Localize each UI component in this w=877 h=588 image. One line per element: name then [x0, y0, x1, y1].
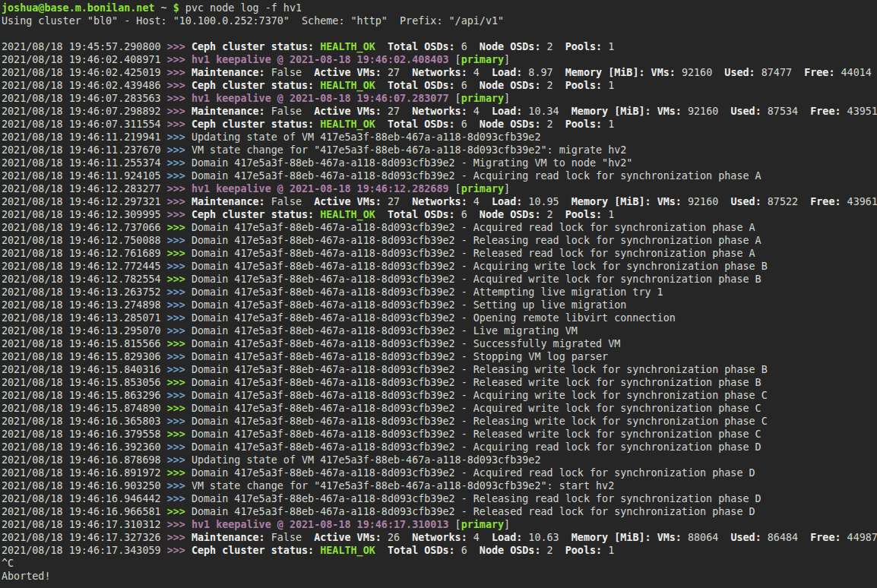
log-timestamp: 2021/08/18 19:46:07.311554	[2, 119, 167, 130]
log-label: Networks:	[412, 106, 467, 117]
log-timestamp: 2021/08/18 19:46:17.343059	[2, 545, 167, 556]
log-timestamp: 2021/08/18 19:46:15.874890	[2, 403, 167, 414]
log-timestamp: 2021/08/18 19:46:11.255374	[2, 157, 167, 169]
log-label: Total OSDs:	[388, 119, 455, 130]
log-line: 2021/08/18 19:46:17.310312 >>> hv1 keepa…	[2, 518, 877, 531]
log-line: 2021/08/18 19:46:02.425019 >>> Maintenan…	[2, 66, 877, 79]
log-text: Domain 417e5a3f-88eb-467a-a118-8d093cfb3…	[192, 248, 755, 259]
log-text: Domain 417e5a3f-88eb-467a-a118-8d093cfb3…	[192, 467, 755, 479]
log-line: 2021/08/18 19:46:15.815566 >>> Domain 41…	[2, 337, 877, 350]
log-marker: >>>	[167, 93, 192, 104]
log-text: 2	[540, 119, 565, 130]
log-marker: >>>	[167, 506, 192, 517]
log-text: 27	[382, 67, 412, 78]
log-text	[375, 545, 388, 556]
log-text: Domain 417e5a3f-88eb-467a-a118-8d093cfb3…	[192, 299, 626, 311]
log-timestamp: 2021/08/18 19:46:13.263752	[2, 286, 167, 298]
log-marker: >>>	[167, 286, 192, 298]
log-text: Domain 417e5a3f-88eb-467a-a118-8d093cfb3…	[192, 416, 768, 427]
log-text-green: HEALTH_OK	[320, 80, 375, 91]
log-text: Domain 417e5a3f-88eb-467a-a118-8d093cfb3…	[192, 338, 620, 349]
log-text: False	[265, 67, 315, 78]
log-timestamp: 2021/08/18 19:46:12.297321	[2, 196, 167, 207]
log-timestamp: 2021/08/18 19:46:16.903250	[2, 480, 167, 492]
log-timestamp: 2021/08/18 19:46:11.219941	[2, 131, 167, 143]
log-label: Maintenance:	[192, 106, 265, 117]
log-timestamp: 2021/08/18 19:46:16.392360	[2, 441, 167, 453]
log-text: Domain 417e5a3f-88eb-467a-a118-8d093cfb3…	[192, 170, 761, 182]
log-marker: >>>	[167, 209, 192, 220]
log-marker: >>>	[167, 467, 192, 479]
log-label: Active VMs:	[314, 106, 382, 117]
log-line: 2021/08/18 19:46:17.343059 >>> Ceph clus…	[2, 544, 877, 557]
log-text	[375, 41, 388, 52]
log-label: Node OSDs:	[480, 119, 541, 130]
log-label: Networks:	[412, 532, 467, 543]
log-text: Using cluster "bl0" - Host: "10.100.0.25…	[2, 15, 504, 27]
log-label: Active VMs:	[314, 196, 382, 207]
log-text: Domain 417e5a3f-88eb-467a-a118-8d093cfb3…	[192, 493, 761, 504]
log-text: 2	[540, 209, 565, 220]
log-marker: >>>	[167, 351, 192, 362]
log-timestamp: 2021/08/18 19:46:12.750088	[2, 235, 167, 246]
log-text: 27	[382, 106, 412, 117]
log-line: 2021/08/18 19:46:12.283277 >>> hv1 keepa…	[2, 182, 877, 195]
log-marker: >>>	[167, 480, 192, 492]
log-text: ]	[504, 93, 510, 104]
log-text: pvc node log -f hv1	[179, 2, 302, 14]
log-text: 92160	[682, 196, 731, 207]
aborted-line: Aborted!	[2, 570, 877, 583]
log-text: 1	[602, 545, 614, 556]
log-label: Memory [MiB]:	[571, 106, 651, 117]
log-text: 1	[602, 209, 614, 220]
log-marker: >>>	[167, 196, 192, 207]
log-label: Pools:	[565, 545, 602, 556]
log-marker: >>>	[167, 144, 192, 156]
log-label: Free:	[804, 67, 834, 78]
log-text: False	[265, 196, 315, 207]
log-label: Pools:	[565, 209, 602, 220]
log-text: 43951	[841, 106, 877, 117]
log-text-green: HEALTH_OK	[320, 209, 375, 220]
log-text: 4	[467, 67, 492, 78]
log-line: 2021/08/18 19:45:57.290800 >>> Ceph clus…	[2, 40, 877, 53]
log-text: 92160	[676, 67, 725, 78]
log-label: VMs:	[657, 532, 682, 543]
log-label: Free:	[810, 532, 841, 543]
log-timestamp: 2021/08/18 19:46:12.761689	[2, 248, 167, 259]
log-line: 2021/08/18 19:46:15.874890 >>> Domain 41…	[2, 402, 877, 415]
log-line: 2021/08/18 19:46:15.840316 >>> Domain 41…	[2, 363, 877, 376]
log-text-green: HEALTH_OK	[320, 119, 375, 130]
log-marker: >>>	[167, 454, 192, 466]
log-label: Node OSDs:	[480, 209, 541, 220]
log-line: 2021/08/18 19:46:16.878698 >>> Updating …	[2, 454, 877, 466]
log-text: Domain 417e5a3f-88eb-467a-a118-8d093cfb3…	[192, 325, 578, 337]
log-label: Memory [MiB]:	[571, 532, 651, 543]
log-text: 2	[540, 41, 565, 52]
log-text: Domain 417e5a3f-88eb-467a-a118-8d093cfb3…	[192, 157, 632, 169]
log-text: 6	[455, 545, 480, 556]
log-line: 2021/08/18 19:46:07.283563 >>> hv1 keepa…	[2, 92, 877, 105]
log-marker: >>>	[167, 312, 192, 324]
log-text: 1	[602, 41, 614, 52]
log-text: 1	[602, 119, 614, 130]
log-text: ^C	[2, 558, 14, 569]
log-text: 10.63	[522, 532, 571, 543]
log-marker: >>>	[167, 131, 192, 143]
log-text: Domain 417e5a3f-88eb-467a-a118-8d093cfb3…	[192, 261, 768, 272]
log-timestamp: 2021/08/18 19:46:15.829306	[2, 351, 167, 362]
log-timestamp: 2021/08/18 19:46:16.946442	[2, 493, 167, 504]
log-text: [	[449, 183, 461, 194]
log-label: Free:	[810, 106, 841, 117]
log-marker: >>>	[167, 157, 192, 169]
log-label: Node OSDs:	[480, 545, 541, 556]
log-text: 44014	[834, 67, 871, 78]
log-text: Domain 417e5a3f-88eb-467a-a118-8d093cfb3…	[192, 506, 755, 517]
log-text: Updating state of VM 417e5a3f-88eb-467a-…	[192, 131, 541, 143]
log-line: 2021/08/18 19:46:12.309995 >>> Ceph clus…	[2, 208, 877, 221]
log-text	[375, 209, 388, 220]
log-timestamp: 2021/08/18 19:46:12.737066	[2, 222, 167, 233]
log-marker: >>>	[167, 390, 192, 401]
log-timestamp: 2021/08/18 19:46:15.815566	[2, 338, 167, 349]
log-text: 26	[382, 532, 412, 543]
